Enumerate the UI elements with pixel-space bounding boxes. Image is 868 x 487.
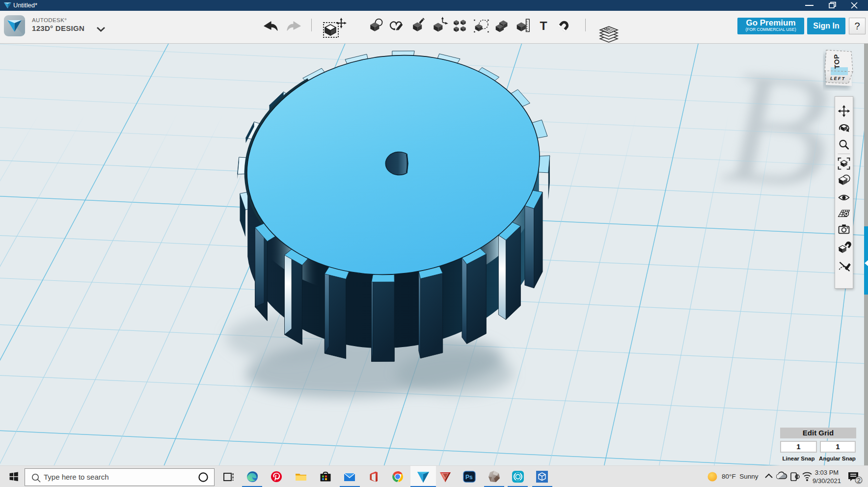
svg-text:2: 2 (857, 477, 861, 484)
svg-text:T: T (540, 19, 547, 32)
svg-text:LEFT: LEFT (830, 76, 846, 81)
svg-text:Ps: Ps (465, 474, 473, 481)
svg-text:TOP: TOP (832, 54, 841, 69)
